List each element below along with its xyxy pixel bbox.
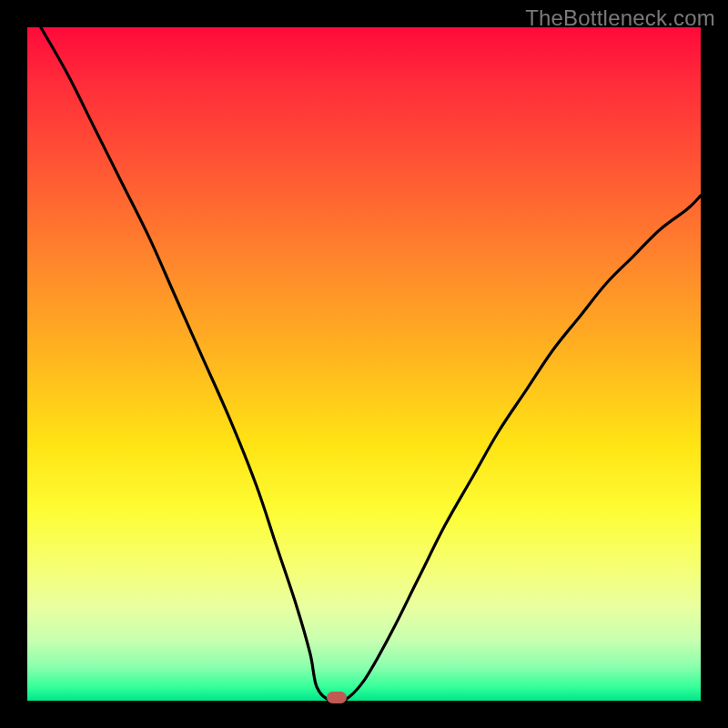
optimal-point-marker <box>327 692 347 703</box>
bottleneck-curve <box>27 27 701 701</box>
plot-area <box>27 27 701 701</box>
chart-frame: TheBottleneck.com <box>0 0 728 728</box>
